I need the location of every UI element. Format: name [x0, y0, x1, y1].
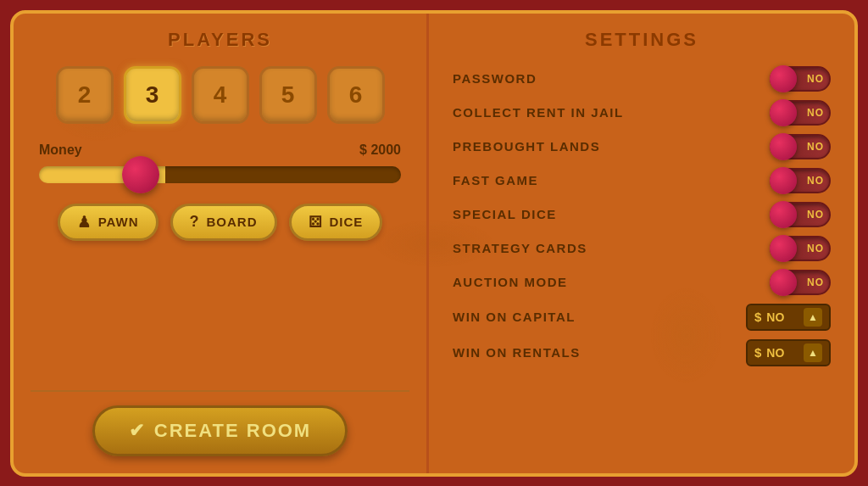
toggle-track: NO [770, 270, 831, 295]
type-buttons-row: ♟PAWN?BOARD⚄DICE [58, 204, 383, 241]
type-btn-label: BOARD [207, 215, 258, 229]
type-btn-label: PAWN [98, 215, 139, 229]
select-value: NO [766, 310, 798, 324]
setting-label: WIN ON RENTALS [453, 345, 581, 360]
toggle-knob [770, 99, 797, 126]
toggle-value: NO [807, 107, 824, 119]
create-room-label: CREATE ROOM [154, 420, 311, 442]
players-row: 23456 [56, 66, 385, 124]
setting-row: SPECIAL DICENO [453, 200, 831, 229]
money-slider-thumb[interactable] [122, 156, 159, 193]
toggle-value: NO [807, 73, 824, 85]
setting-label: WIN ON CAPITAL [453, 310, 576, 324]
toggle-special-dice[interactable]: NO [770, 202, 831, 227]
type-btn-label: DICE [330, 215, 364, 229]
money-section: Money $ 2000 [31, 142, 409, 183]
setting-row: STRATEGY CARDSNO [453, 234, 831, 263]
setting-select-win-on-rentals[interactable]: $NO▲ [746, 339, 831, 366]
setting-select-win-on-capital[interactable]: $NO▲ [746, 304, 831, 331]
main-container: PLAYERS 23456 Money $ 2000 ♟PAWN?BOARD⚄D… [10, 10, 858, 477]
setting-row: PREBOUGHT LANDSNO [453, 132, 831, 161]
setting-row: WIN ON RENTALS$NO▲ [453, 338, 831, 368]
setting-label: SPECIAL DICE [453, 207, 557, 221]
toggle-knob [770, 65, 797, 92]
setting-label: COLLECT RENT IN JAIL [453, 105, 624, 120]
chevron-up-icon[interactable]: ▲ [804, 344, 822, 362]
setting-label: AUCTION MODE [453, 275, 568, 289]
money-slider-track[interactable] [39, 166, 401, 183]
toggle-knob [770, 201, 797, 228]
select-value: NO [766, 346, 798, 360]
toggle-knob [770, 167, 797, 194]
pawn-icon: ♟ [77, 213, 92, 232]
type-btn-board[interactable]: ?BOARD [170, 204, 277, 241]
setting-row: PASSWORDNO [453, 64, 831, 93]
chevron-up-icon[interactable]: ▲ [804, 308, 822, 327]
toggle-collect-rent-in-jail[interactable]: NO [770, 100, 831, 126]
board-icon: ? [190, 213, 200, 231]
toggle-value: NO [807, 243, 824, 254]
toggle-strategy-cards[interactable]: NO [770, 236, 831, 261]
create-room-button[interactable]: ✔ CREATE ROOM [92, 405, 348, 456]
toggle-knob [770, 133, 797, 160]
money-value: $ 2000 [359, 142, 401, 158]
setting-label: FAST GAME [453, 173, 538, 187]
right-panel: SETTINGS PASSWORDNOCOLLECT RENT IN JAILN… [429, 14, 854, 473]
setting-row: COLLECT RENT IN JAILNO [453, 98, 831, 127]
toggle-value: NO [807, 175, 824, 187]
player-btn-2[interactable]: 2 [56, 66, 114, 124]
toggle-value: NO [807, 277, 824, 288]
toggle-track: NO [770, 236, 831, 261]
player-btn-4[interactable]: 4 [192, 66, 249, 124]
toggle-track: NO [770, 66, 831, 92]
dollar-icon: $ [754, 345, 761, 360]
setting-row: WIN ON CAPITAL$NO▲ [453, 302, 831, 332]
player-btn-6[interactable]: 6 [327, 66, 385, 124]
toggle-auction-mode[interactable]: NO [770, 270, 831, 295]
dice-icon: ⚄ [309, 213, 323, 232]
toggle-track: NO [770, 168, 831, 193]
player-btn-5[interactable]: 5 [259, 66, 317, 124]
setting-label: PREBOUGHT LANDS [453, 139, 600, 154]
money-label: Money [39, 142, 82, 158]
toggle-knob [770, 235, 797, 262]
toggle-value: NO [807, 141, 824, 153]
settings-title: SETTINGS [453, 29, 831, 51]
toggle-track: NO [770, 202, 831, 227]
toggle-password[interactable]: NO [770, 66, 831, 92]
settings-list: PASSWORDNOCOLLECT RENT IN JAILNOPREBOUGH… [453, 64, 831, 368]
toggle-fast-game[interactable]: NO [770, 168, 831, 193]
player-btn-3[interactable]: 3 [124, 66, 181, 124]
setting-label: PASSWORD [453, 71, 537, 86]
setting-label: STRATEGY CARDS [453, 241, 587, 255]
dollar-icon: $ [754, 310, 761, 324]
type-btn-pawn[interactable]: ♟PAWN [58, 204, 159, 241]
create-room-check: ✔ [129, 420, 146, 442]
left-panel: PLAYERS 23456 Money $ 2000 ♟PAWN?BOARD⚄D… [14, 14, 429, 473]
toggle-track: NO [770, 100, 831, 126]
players-title: PLAYERS [168, 29, 272, 51]
toggle-knob [770, 269, 797, 296]
setting-row: AUCTION MODENO [453, 268, 831, 297]
toggle-value: NO [807, 209, 824, 221]
toggle-track: NO [770, 134, 831, 159]
type-btn-dice[interactable]: ⚄DICE [289, 204, 383, 241]
setting-row: FAST GAMENO [453, 166, 831, 195]
toggle-prebought-lands[interactable]: NO [770, 134, 831, 159]
